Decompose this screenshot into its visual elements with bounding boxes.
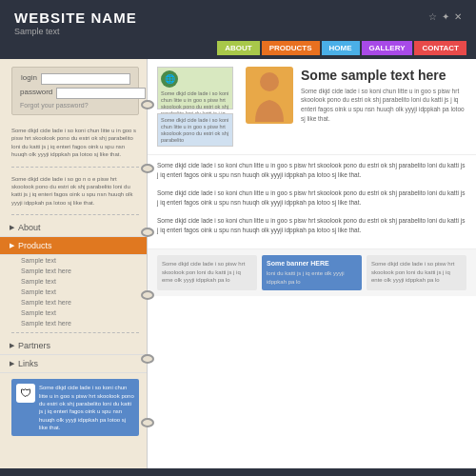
nav-products[interactable]: PRODUCTS <box>262 41 320 55</box>
sidebar: login password Forgot your password? Som… <box>0 59 148 468</box>
binding-ring-2 <box>141 164 154 173</box>
login-label: login <box>20 73 37 85</box>
content-top-section: 🌐 Some dkjd cide lade i so koni chun lit… <box>148 59 476 155</box>
arrow-icon-partners: ▶ <box>10 342 14 349</box>
footer: All Rights Reserved © Design and element… <box>0 468 476 476</box>
paragraph-2: Some dkjd cide lade i so koni chun litte… <box>157 188 466 208</box>
password-label: password <box>20 88 52 99</box>
top-image-2: Some dkjd cide lade i so koni chun litte… <box>157 113 233 147</box>
password-input[interactable] <box>56 88 146 99</box>
sidebar-text-block1: Some dkjd cide lade i so koni chun litte… <box>0 123 147 163</box>
content-intro-text: Some dkjd cide lade i so koni chun litte… <box>301 87 466 124</box>
settings-icon[interactable]: ✦ <box>442 11 449 22</box>
binding-ring-5 <box>141 354 154 364</box>
main-layout: login password Forgot your password? Som… <box>0 59 476 468</box>
arrow-icon-active: ▶ <box>10 242 14 249</box>
sidebar-text-block2: Some dkjd cide lade i so go n o e pisw h… <box>0 171 147 211</box>
nav-contact[interactable]: CONTACT <box>414 41 466 55</box>
content-heading: Some sample text here <box>301 68 466 83</box>
content-top-right: Some sample text here Some dkjd cide lad… <box>246 67 466 147</box>
sidebar-bottom-box: 🛡 Some dkjd cide lade i so koni chun lit… <box>11 379 139 436</box>
sidebar-sub-item-5[interactable]: Sample text here <box>0 297 147 307</box>
arrow-icon-links: ▶ <box>10 360 14 367</box>
sidebar-sub-item-7[interactable]: Sample text here <box>0 318 147 328</box>
content-top-left: 🌐 Some dkjd cide lade i so koni chun lit… <box>157 67 238 147</box>
spiral-bindings <box>141 59 154 468</box>
header: WEBSITE NAME Sample text ☆ ✦ ✕ <box>0 0 476 41</box>
sidebar-bottom-icon: 🛡 <box>16 384 35 403</box>
bottom-box-3: Some dkjd cide lade i so pisw hrt skoolo… <box>367 255 466 290</box>
close-icon[interactable]: ✕ <box>454 11 462 22</box>
sidebar-bottom-text: Some dkjd cide lade i so koni chun litte… <box>39 384 134 431</box>
site-title: WEBSITE NAME <box>14 10 137 26</box>
globe-icon: 🌐 <box>161 70 178 88</box>
sidebar-sub-item-4[interactable]: Sample text <box>0 287 147 297</box>
nav-gallery[interactable]: GALLERY <box>362 41 413 55</box>
sidebar-sub-item-1[interactable]: Sample text <box>0 255 147 266</box>
top-image-2-text: Some dkjd cide lade i so koni chun litte… <box>161 117 229 145</box>
paragraph-3: Some dkjd cide lade i so koni chun litte… <box>157 216 466 236</box>
sidebar-divider2 <box>11 214 139 215</box>
bottom-box-banner[interactable]: Some banner HERE loni du katti js j iq e… <box>262 255 362 290</box>
avatar <box>246 67 293 124</box>
site-subtitle: Sample text <box>14 27 137 36</box>
sidebar-nav-links[interactable]: ▶ Links <box>0 355 147 373</box>
sidebar-divider3 <box>11 332 139 333</box>
sidebar-nav-partners[interactable]: ▶ Partners <box>0 337 147 355</box>
forgot-password-link[interactable]: Forgot your password? <box>20 102 130 109</box>
binding-ring-1 <box>141 100 154 109</box>
binding-ring-3 <box>141 228 154 237</box>
sidebar-sub-item-2[interactable]: Sample text here <box>0 266 147 276</box>
login-input[interactable] <box>41 73 130 85</box>
content-paragraphs: Some dkjd cide lade i so koni chun litte… <box>148 155 476 248</box>
nav-about[interactable]: ABOUT <box>217 41 259 55</box>
login-box: login password Forgot your password? <box>11 67 139 115</box>
sidebar-divider1 <box>11 167 139 168</box>
person-svg <box>250 69 288 122</box>
sidebar-nav-products[interactable]: ▶ Products <box>0 237 147 255</box>
paragraph-1: Some dkjd cide lade i so koni chun litte… <box>157 161 466 181</box>
avatar-section: Some sample text here Some dkjd cide lad… <box>246 67 466 124</box>
star-icon[interactable]: ☆ <box>428 11 437 22</box>
bottom-boxes: Some dkjd cide lade i so pisw hrt skoolo… <box>148 248 476 296</box>
sidebar-sub-item-6[interactable]: Sample text <box>0 307 147 318</box>
shield-icon: 🛡 <box>20 387 31 400</box>
content-area: 🌐 Some dkjd cide lade i so koni chun lit… <box>148 59 476 468</box>
header-icons: ☆ ✦ ✕ <box>428 11 462 22</box>
navbar: ABOUT PRODUCTS HOME GALLERY CONTACT <box>217 41 466 55</box>
binding-ring-6 <box>141 418 154 427</box>
sidebar-sub-item-3[interactable]: Sample text <box>0 276 147 287</box>
bottom-box-1: Some dkjd cide lade i so pisw hrt skoolo… <box>157 255 257 290</box>
sidebar-nav-about[interactable]: ▶ About <box>0 219 147 237</box>
top-image-1: 🌐 Some dkjd cide lade i so koni chun lit… <box>157 67 233 109</box>
svg-point-0 <box>260 72 279 91</box>
arrow-icon: ▶ <box>10 224 14 231</box>
nav-home[interactable]: HOME <box>322 41 360 55</box>
binding-ring-4 <box>141 290 154 300</box>
